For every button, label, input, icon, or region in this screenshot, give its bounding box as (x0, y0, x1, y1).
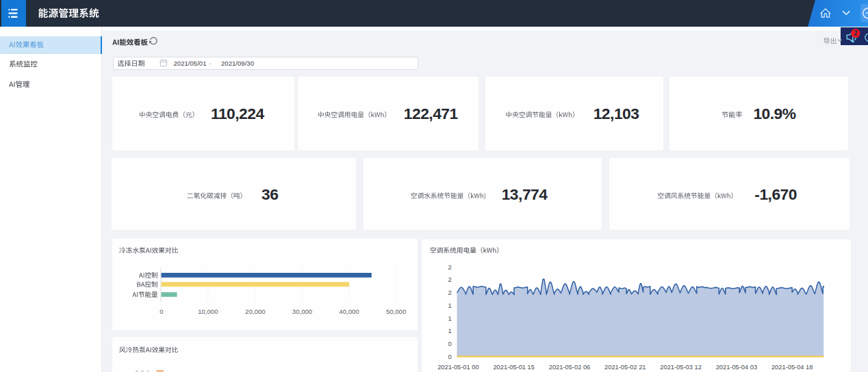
svg-text:2021-05-01 00: 2021-05-01 00 (437, 364, 478, 371)
svg-text:2021-05-02 06: 2021-05-02 06 (549, 364, 590, 371)
svg-text:2021-05-04 18: 2021-05-04 18 (771, 364, 813, 371)
svg-text:1: 1 (448, 327, 452, 334)
svg-text:50,000: 50,000 (386, 308, 406, 315)
svg-text:2: 2 (854, 29, 858, 37)
svg-text:2021-05-01 15: 2021-05-01 15 (493, 364, 534, 371)
svg-text:1: 1 (448, 302, 452, 309)
svg-text:2021-05-04 03: 2021-05-04 03 (716, 364, 757, 371)
svg-text:2021-05-03 12: 2021-05-03 12 (660, 364, 701, 371)
svg-text:2: 2 (448, 289, 452, 296)
svg-text:0: 0 (448, 340, 452, 347)
svg-text:40,000: 40,000 (339, 308, 359, 315)
svg-text:2021-05-02 21: 2021-05-02 21 (604, 364, 646, 371)
svg-text:2: 2 (448, 263, 452, 271)
svg-text:10,000: 10,000 (198, 308, 218, 315)
svg-text:0: 0 (159, 308, 163, 315)
svg-text:20,000: 20,000 (245, 308, 265, 315)
svg-text:2: 2 (448, 276, 452, 283)
svg-text:1: 1 (448, 315, 452, 322)
svg-text:30,000: 30,000 (292, 308, 312, 315)
svg-text:0: 0 (448, 353, 452, 360)
